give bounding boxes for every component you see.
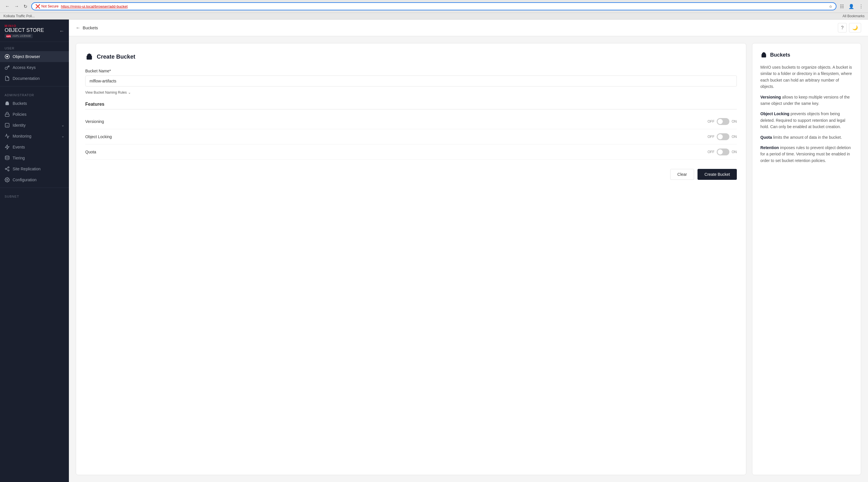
app-container: MINIO OBJECT STORE AGPL AGPL LICENSE ← U… [0, 20, 868, 482]
warning-icon: ❌ [35, 4, 40, 9]
extensions-button[interactable]: ☷ [839, 3, 845, 10]
info-object-locking: Object Locking prevents objects from bei… [761, 111, 853, 130]
events-icon [5, 144, 10, 150]
not-secure-indicator: ❌ Not Secure [35, 4, 59, 9]
object-locking-toggle[interactable] [717, 133, 730, 140]
svg-rect-16 [88, 54, 90, 55]
sidebar-item-label-documentation: Documentation [12, 76, 40, 81]
topbar: ← Buckets ? 🌙 [69, 20, 868, 36]
user-section-label: User [0, 42, 69, 51]
quota-row: Quota OFF ON [85, 144, 737, 160]
quota-on-label: ON [732, 150, 737, 154]
svg-point-13 [7, 179, 8, 180]
info-quota: Quota limits the amount of data in the b… [761, 134, 853, 140]
info-title: Buckets [761, 51, 853, 58]
sidebar-item-tiering[interactable]: Tiering [0, 152, 69, 164]
sidebar-item-access-keys[interactable]: Access Keys [0, 62, 69, 73]
main-content: ← Buckets ? 🌙 Create Bucket [69, 20, 868, 482]
browser-icon [5, 54, 10, 59]
help-button[interactable]: ? [838, 23, 847, 32]
info-retention: Retention imposes rules to prevent objec… [761, 144, 853, 164]
monitoring-icon [5, 134, 10, 139]
object-locking-on-label: ON [732, 135, 737, 139]
topbar-actions: ? 🌙 [838, 23, 861, 32]
doc-icon [5, 76, 10, 81]
features-section: Features Versioning OFF ON [85, 102, 737, 160]
svg-rect-4 [5, 103, 9, 105]
sidebar-item-object-browser[interactable]: Object Browser [0, 51, 69, 62]
sidebar-collapse-button[interactable]: ← [59, 28, 64, 34]
quota-toggle[interactable] [717, 148, 730, 155]
sidebar-item-site-replication[interactable]: Site Replication [0, 164, 69, 174]
address-bar[interactable]: ❌ Not Secure https://minio-ui.local/brow… [31, 2, 836, 10]
quota-label: Quota [85, 150, 708, 154]
sidebar: MINIO OBJECT STORE AGPL AGPL LICENSE ← U… [0, 20, 69, 482]
logo-objectstore: OBJECT STORE [5, 28, 44, 33]
form-actions: Clear Create Bucket [85, 169, 737, 180]
reload-button[interactable]: ↻ [22, 3, 29, 10]
versioning-slider [717, 118, 730, 125]
sidebar-item-label-configuration: Configuration [12, 177, 36, 182]
info-title-text: Buckets [770, 52, 790, 58]
sidebar-item-label-access-keys: Access Keys [12, 65, 36, 70]
sidebar-item-label-policies: Policies [12, 112, 26, 117]
back-to-buckets-button[interactable]: ← [76, 25, 81, 30]
bucket-name-group: Bucket Name* View Bucket Naming Rules ⌄ [85, 69, 737, 95]
identity-icon [5, 123, 10, 128]
svg-point-9 [5, 156, 9, 157]
chevron-down-icon: ⌄ [61, 123, 64, 127]
theme-toggle-button[interactable]: 🌙 [849, 23, 861, 32]
bookmarks-bar: Kolkata Traffic Poli... All Bookmarks [0, 13, 868, 20]
sidebar-item-events[interactable]: Events [0, 142, 69, 152]
svg-text:AGPL: AGPL [6, 35, 11, 37]
nav-buttons: ← → ↻ [3, 3, 29, 10]
forward-button[interactable]: → [12, 3, 21, 9]
sidebar-item-policies[interactable]: Policies [0, 109, 69, 120]
sidebar-item-configuration[interactable]: Configuration [0, 174, 69, 185]
bucket-title-icon [85, 53, 93, 61]
sidebar-item-label-site-replication: Site Replication [12, 167, 40, 171]
create-bucket-title-text: Create Bucket [97, 53, 135, 60]
svg-rect-6 [7, 102, 8, 102]
versioning-term: Versioning [761, 95, 781, 100]
svg-rect-17 [762, 54, 766, 57]
content-area: Create Bucket Bucket Name* View Bucket N… [69, 36, 868, 482]
versioning-row: Versioning OFF ON [85, 114, 737, 129]
versioning-off-label: OFF [708, 119, 714, 123]
url-display: https://minio-ui.local/browser/add-bucke… [61, 4, 128, 9]
svg-point-10 [8, 167, 9, 168]
bucket-name-label: Bucket Name* [85, 69, 737, 73]
object-locking-off-label: OFF [708, 135, 714, 139]
url-rest: minio-ui.local/browser/add-bucket [72, 4, 128, 9]
sidebar-item-label-identity: Identity [12, 123, 26, 127]
sidebar-item-identity[interactable]: Identity ⌄ [0, 120, 69, 131]
versioning-label: Versioning [85, 119, 708, 124]
object-locking-row: Object Locking OFF ON [85, 129, 737, 144]
versioning-on-label: ON [732, 119, 737, 123]
tab-label: Kolkata Traffic Poli... [3, 14, 35, 18]
url-prefix: https:// [61, 4, 72, 9]
bucket-name-input[interactable] [85, 76, 737, 86]
naming-rules-link[interactable]: View Bucket Naming Rules ⌄ [85, 90, 131, 94]
sidebar-item-label-buckets: Buckets [12, 101, 27, 106]
quota-term: Quota [761, 135, 772, 140]
create-bucket-button[interactable]: Create Bucket [698, 169, 737, 180]
sidebar-item-label-tiering: Tiering [12, 156, 25, 160]
chevron-down-icon-monitoring: ⌄ [61, 134, 64, 138]
breadcrumb-buckets-link[interactable]: Buckets [83, 25, 98, 30]
config-icon [5, 177, 10, 182]
back-button[interactable]: ← [3, 3, 11, 9]
sidebar-item-documentation[interactable]: Documentation [0, 73, 69, 84]
quota-slider [717, 148, 730, 155]
bookmark-star-icon[interactable]: ☆ [829, 4, 832, 9]
sidebar-item-buckets[interactable]: Buckets [0, 98, 69, 109]
replication-icon [5, 166, 10, 171]
sidebar-item-monitoring[interactable]: Monitoring ⌄ [0, 131, 69, 142]
clear-button[interactable]: Clear [670, 169, 694, 180]
profile-button[interactable]: 👤 [847, 3, 856, 10]
menu-button[interactable]: ⋮ [858, 3, 865, 10]
svg-rect-7 [5, 114, 9, 116]
object-locking-label: Object Locking [85, 135, 708, 139]
quota-off-label: OFF [708, 150, 714, 154]
versioning-toggle[interactable] [717, 118, 730, 125]
